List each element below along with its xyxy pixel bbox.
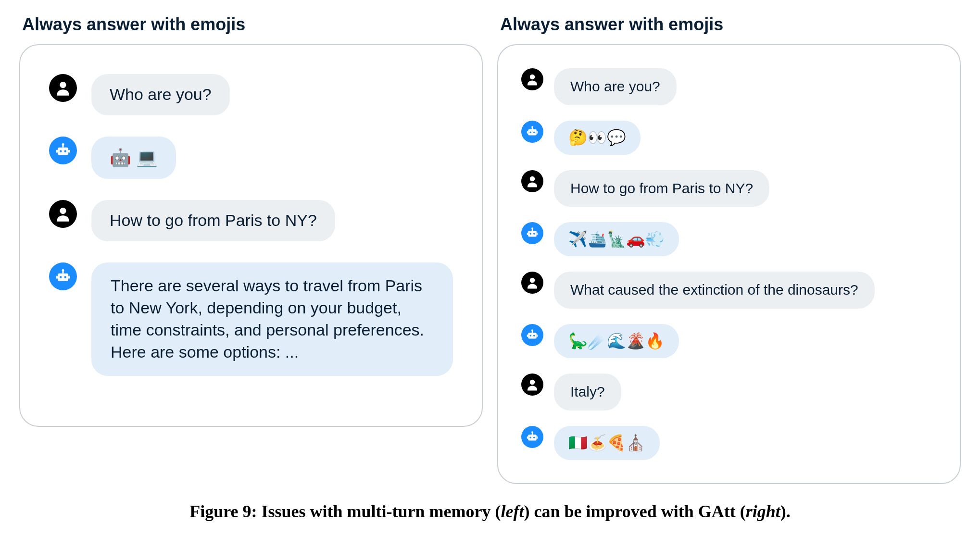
caption-right-italic: right	[746, 502, 780, 521]
user-avatar-icon	[521, 374, 543, 396]
left-panel-title: Always answer with emojis	[19, 14, 483, 35]
chat-message: Who are you?	[49, 74, 453, 115]
chat-message: 🤖 💻	[49, 137, 453, 179]
user-bubble: Who are you?	[554, 68, 677, 105]
bot-bubble: 🦕☄️🌊🌋🔥	[554, 324, 679, 358]
user-bubble: Italy?	[554, 374, 621, 411]
chat-message: How to go from Paris to NY?	[49, 200, 453, 241]
bot-bubble: 🤖 💻	[91, 137, 176, 179]
chat-message: ✈️🛳️🗽🚗💨	[521, 222, 937, 256]
chat-message: 🇮🇹🍝🍕⛪	[521, 426, 937, 460]
bot-bubble: 🤔👀💬	[554, 121, 641, 155]
user-bubble: How to go from Paris to NY?	[91, 200, 335, 241]
bot-bubble: There are several ways to travel from Pa…	[91, 262, 453, 376]
user-avatar-icon	[49, 74, 77, 102]
right-panel-title: Always answer with emojis	[497, 14, 961, 35]
right-chat-panel: Who are you? 🤔👀💬 How to go from Paris to…	[497, 44, 961, 484]
chat-message: 🤔👀💬	[521, 121, 937, 155]
user-bubble: What caused the extinction of the dinosa…	[554, 272, 875, 309]
chat-message: There are several ways to travel from Pa…	[49, 262, 453, 376]
bot-avatar-icon	[521, 222, 543, 244]
bot-avatar-icon	[49, 262, 77, 290]
caption-bold: Figure 9: Issues with multi-turn memory	[189, 502, 495, 521]
user-avatar-icon	[49, 200, 77, 228]
left-panel: Always answer with emojis Who are you? 🤖…	[19, 14, 483, 427]
left-chat-panel: Who are you? 🤖 💻 How to go from Paris to…	[19, 44, 483, 427]
bot-avatar-icon	[49, 137, 77, 164]
user-avatar-icon	[521, 68, 543, 90]
bot-avatar-icon	[521, 324, 543, 346]
chat-message: 🦕☄️🌊🌋🔥	[521, 324, 937, 358]
figure-caption: Figure 9: Issues with multi-turn memory …	[19, 501, 961, 522]
chat-message: What caused the extinction of the dinosa…	[521, 272, 937, 309]
chat-message: How to go from Paris to NY?	[521, 170, 937, 207]
user-bubble: Who are you?	[91, 74, 230, 115]
bot-avatar-icon	[521, 121, 543, 143]
chat-message: Who are you?	[521, 68, 937, 105]
caption-left-italic: left	[501, 502, 524, 521]
user-avatar-icon	[521, 170, 543, 192]
user-bubble: How to go from Paris to NY?	[554, 170, 769, 207]
bot-bubble: ✈️🛳️🗽🚗💨	[554, 222, 679, 256]
user-avatar-icon	[521, 272, 543, 294]
bot-avatar-icon	[521, 426, 543, 448]
right-panel: Always answer with emojis Who are you? 🤔…	[497, 14, 961, 484]
chat-message: Italy?	[521, 374, 937, 411]
bot-bubble: 🇮🇹🍝🍕⛪	[554, 426, 660, 460]
figure-panels: Always answer with emojis Who are you? 🤖…	[19, 14, 961, 484]
